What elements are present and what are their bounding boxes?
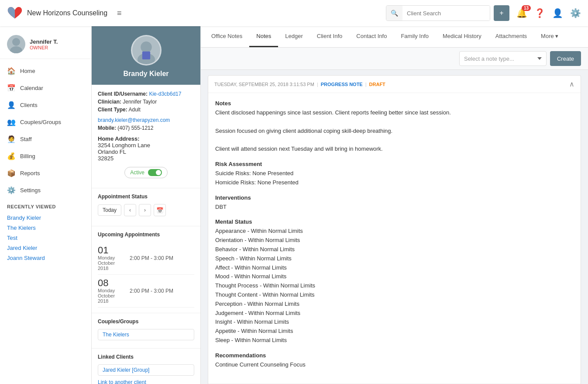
nav-icon: 📦	[7, 169, 16, 177]
note-section-text: Suicide Risks: None PresentedHomicide Ri…	[215, 169, 574, 187]
app-logo	[7, 5, 23, 21]
client-email[interactable]: brandy.kieler@therapyzen.com	[98, 117, 170, 123]
appt-date-box: 01 Monday October 2018	[98, 246, 126, 271]
appt-day-num: 01	[98, 246, 126, 255]
user-info: Jennifer T. OWNER	[0, 30, 91, 59]
clinician-row: Clinician: Jennifer Taylor	[98, 99, 194, 105]
note-section-text: Client disclosed happenings since last s…	[215, 108, 574, 154]
search-input[interactable]	[402, 6, 490, 21]
active-label: Active	[130, 170, 144, 176]
nav-icon: 🧑‍💼	[7, 135, 16, 143]
link-another-client[interactable]: Link to another client	[98, 379, 194, 384]
note-section-text: DBT	[215, 203, 574, 212]
next-arrow-button[interactable]: ›	[139, 204, 151, 216]
client-header: Brandy Kieler	[92, 26, 200, 85]
notes-list: TUESDAY, SEPTEMBER 25, 2018 3:11:53 PM |…	[201, 70, 588, 384]
recently-viewed-item[interactable]: Brandy Kieler	[7, 213, 84, 223]
linked-clients-title: Linked Clients	[98, 354, 194, 360]
tab-notes[interactable]: Notes	[249, 26, 278, 47]
appt-day-name: Monday	[98, 288, 126, 293]
note-section-text: Continue Current Counseling Focus	[215, 360, 574, 370]
app-title: New Horizons Counseling	[27, 9, 107, 17]
sidebar-item-reports[interactable]: 📦Reports	[0, 165, 91, 182]
nav-label: Reports	[20, 170, 40, 176]
note-type-select[interactable]: Select a note type...	[459, 51, 547, 66]
address-line1: 3254 Longhorn Lane	[98, 142, 194, 149]
chevron-up-icon: ∧	[569, 80, 574, 88]
nav-label: Settings	[20, 187, 41, 194]
linked-clients-section: Linked Clients Jared Kieler [Group] Link…	[92, 348, 200, 384]
client-id-value[interactable]: Kie-d3cb6d17	[149, 91, 181, 97]
linked-clients-list: Jared Kieler [Group]	[98, 364, 194, 376]
search-box: 🔍	[386, 5, 490, 21]
client-type-label: Client Type:	[98, 107, 127, 113]
recently-viewed-item[interactable]: Joann Steward	[7, 253, 84, 263]
appointment-row: 08 Monday October 2018 2:00 PM - 3:00 PM	[98, 275, 194, 308]
tab-contact-info[interactable]: Contact Info	[349, 26, 394, 47]
recently-viewed-title: Recently Viewed	[7, 204, 84, 209]
clinician-label: Clinician:	[98, 99, 121, 105]
tabs-container: Office NotesNotesLedgerClient InfoContac…	[204, 26, 565, 47]
note-date: TUESDAY, SEPTEMBER 25, 2018 3:11:53 PM	[214, 82, 314, 87]
linked-client-item[interactable]: Jared Kieler [Group]	[98, 364, 194, 376]
note-section-title: Recommendations	[215, 352, 574, 359]
recently-viewed-item[interactable]: Test	[7, 233, 84, 243]
sidebar-item-couples-groups[interactable]: 👥Couples/Groups	[0, 114, 91, 131]
nav-icon: 💰	[7, 152, 16, 160]
sidebar-item-billing[interactable]: 💰Billing	[0, 148, 91, 165]
tab-more-[interactable]: More ▾	[534, 26, 565, 47]
tab-office-notes[interactable]: Office Notes	[204, 26, 249, 47]
search-icon-button[interactable]: 🔍	[386, 6, 402, 21]
note-section-title: Interventions	[215, 194, 574, 201]
account-button[interactable]: 👤	[552, 8, 563, 18]
help-button[interactable]: ❓	[534, 8, 545, 18]
settings-nav-button[interactable]: ⚙️	[570, 8, 581, 18]
note-card: TUESDAY, SEPTEMBER 25, 2018 3:11:53 PM |…	[208, 75, 581, 384]
today-button[interactable]: Today	[98, 204, 121, 216]
tab-family-info[interactable]: Family Info	[394, 26, 436, 47]
hamburger-icon[interactable]: ≡	[117, 9, 122, 18]
toggle-switch[interactable]	[148, 169, 162, 176]
note-card-header[interactable]: TUESDAY, SEPTEMBER 25, 2018 3:11:53 PM |…	[208, 76, 581, 93]
sidebar-item-settings[interactable]: ⚙️Settings	[0, 182, 91, 199]
clinician-value: Jennifer Taylor	[123, 99, 157, 105]
tab-ledger[interactable]: Ledger	[278, 26, 309, 47]
note-section: RecommendationsContinue Current Counseli…	[215, 352, 574, 370]
tab-attachments[interactable]: Attachments	[488, 26, 534, 47]
note-meta: TUESDAY, SEPTEMBER 25, 2018 3:11:53 PM |…	[214, 82, 385, 87]
address-line2: Orlando FL	[98, 149, 194, 155]
svg-rect-4	[142, 52, 150, 59]
search-area: 🔍 +	[386, 5, 509, 21]
layout: Jennifer T. OWNER 🏠Home📅Calendar👤Clients…	[0, 26, 588, 384]
upcoming-appointments-section: Upcoming Appointments 01 Monday October …	[92, 226, 200, 313]
client-details: Client ID/Username: Kie-d3cb6d17 Clinici…	[92, 85, 200, 188]
note-section-title: Mental Status	[215, 218, 574, 225]
user-avatar	[7, 35, 25, 53]
add-client-button[interactable]: +	[494, 5, 509, 21]
recently-viewed-item[interactable]: Jared Kieler	[7, 243, 84, 253]
tab-medical-history[interactable]: Medical History	[436, 26, 488, 47]
appt-month: October 2018	[98, 260, 126, 271]
notifications-button[interactable]: 🔔 13	[516, 8, 527, 18]
create-button[interactable]: Create	[550, 51, 581, 66]
sidebar-item-calendar[interactable]: 📅Calendar	[0, 80, 91, 97]
prev-arrow-button[interactable]: ‹	[124, 204, 136, 216]
nav-icons: 🔔 13 ❓ 👤 ⚙️	[516, 8, 581, 18]
svg-point-2	[141, 42, 152, 53]
couples-groups-section: Couples/Groups The Kielers	[92, 313, 200, 348]
sidebar-item-home[interactable]: 🏠Home	[0, 62, 91, 80]
nav-label: Staff	[20, 136, 32, 142]
appt-day-num: 08	[98, 278, 126, 288]
logo-area: New Horizons Counseling ≡	[7, 5, 122, 21]
appointment-row: 01 Monday October 2018 2:00 PM - 3:00 PM	[98, 242, 194, 275]
tab-client-info[interactable]: Client Info	[310, 26, 350, 47]
sidebar-item-staff[interactable]: 🧑‍💼Staff	[0, 131, 91, 148]
sidebar-item-clients[interactable]: 👤Clients	[0, 97, 91, 114]
couples-group-item[interactable]: The Kielers	[98, 329, 194, 340]
active-toggle[interactable]: Active	[124, 167, 168, 178]
couples-groups-title: Couples/Groups	[98, 318, 194, 325]
calendar-icon-button[interactable]: 📅	[154, 204, 166, 216]
note-section-title: Risk Assessment	[215, 161, 574, 167]
notification-badge: 13	[522, 5, 531, 11]
recently-viewed-item[interactable]: The Kielers	[7, 223, 84, 233]
